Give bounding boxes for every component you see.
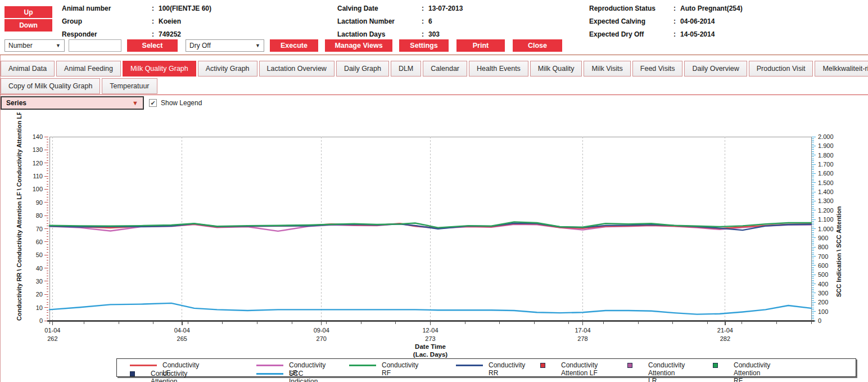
info-value: 100(FIENTJE 60) [159, 5, 211, 12]
search-type-value: Number [8, 42, 33, 50]
tab-calendar[interactable]: Calendar [423, 61, 467, 77]
legend-line-icon [256, 365, 283, 366]
legend-label: Conductivity Attention RR [151, 370, 187, 382]
tab-milk-visits[interactable]: Milk Visits [584, 61, 630, 77]
svg-text:100: 100 [33, 186, 43, 192]
print-button[interactable]: Print [456, 39, 505, 52]
search-type-dropdown[interactable]: Number ▼ [4, 39, 65, 52]
svg-text:90: 90 [36, 199, 43, 206]
info-label: Animal number [62, 5, 147, 12]
info-row: Calving Date:13-07-2013 [337, 2, 463, 15]
secondary-tab-bar: Copy of Milk Quality GraphTemperatuur [1, 78, 868, 95]
info-label: Group [62, 17, 147, 25]
up-button[interactable]: Up [4, 6, 52, 19]
info-row: Group:Koeien [62, 15, 211, 28]
svg-text:900: 900 [818, 235, 828, 241]
svg-text:70: 70 [36, 226, 43, 232]
chevron-down-icon: ▼ [56, 43, 61, 48]
down-button[interactable]: Down [4, 19, 52, 32]
manage-views-button[interactable]: Manage Views [325, 39, 392, 52]
info-colon: : [417, 17, 428, 25]
info-value: 04-06-2014 [680, 17, 715, 25]
animal-info-column-2: Calving Date:13-07-2013Lactation Number:… [337, 2, 463, 41]
legend-line-icon [349, 365, 376, 366]
legend-label: Conductivity Attention LF [561, 361, 598, 377]
animal-search-input[interactable] [69, 39, 121, 52]
info-label: Lactation Number [337, 17, 417, 25]
svg-text:130: 130 [33, 146, 43, 153]
animal-info-column-1: Animal number:100(FIENTJE 60)Group:Koeie… [62, 2, 211, 41]
left-axis-label: Conductivity RR \ Conductivity Attention… [16, 113, 22, 321]
legend-label: SCC Indication [289, 370, 318, 382]
svg-text:400: 400 [818, 281, 828, 287]
svg-text:1.500: 1.500 [818, 179, 834, 186]
tab-temperatuur[interactable]: Temperatuur [102, 78, 157, 94]
svg-text:04-04: 04-04 [174, 327, 190, 334]
tab-activity-graph[interactable]: Activity Graph [198, 61, 257, 77]
tab-animal-data[interactable]: Animal Data [1, 61, 55, 77]
svg-text:262: 262 [47, 335, 57, 342]
animal-info-column-3: Reproduction Status:Auto Pregnant(254)Ex… [589, 2, 743, 41]
info-label: Expected Calving [589, 17, 669, 25]
info-row: Animal number:100(FIENTJE 60) [62, 2, 211, 15]
info-label: Lactation Days [337, 30, 417, 38]
tab-milk-quality-graph[interactable]: Milk Quality Graph [123, 61, 196, 77]
close-button[interactable]: Close [513, 39, 562, 52]
svg-text:1.800: 1.800 [818, 152, 834, 159]
info-colon: : [669, 17, 680, 25]
series-dropdown[interactable]: Series ▼ [1, 96, 144, 110]
svg-text:800: 800 [818, 244, 828, 250]
series-dropdown-value: Series [6, 99, 26, 107]
tab-melkkwaliteit-richting[interactable]: Melkkwaliteit-richting [815, 61, 868, 77]
tab-daily-overview[interactable]: Daily Overview [684, 61, 747, 77]
svg-text:1.200: 1.200 [818, 207, 834, 214]
settings-button[interactable]: Settings [399, 39, 449, 52]
tab-milk-quality[interactable]: Milk Quality [530, 61, 582, 77]
svg-text:1.700: 1.700 [818, 161, 834, 168]
svg-text:265: 265 [177, 335, 187, 342]
legend-square-icon [627, 363, 632, 368]
svg-text:1.300: 1.300 [818, 197, 834, 204]
tab-lactation-overview[interactable]: Lactation Overview [259, 61, 334, 77]
show-legend-checkbox[interactable]: ✔ [149, 99, 157, 107]
tab-feed-visits[interactable]: Feed Visits [632, 61, 683, 77]
svg-text:0: 0 [818, 317, 821, 324]
legend-square-icon [713, 363, 718, 368]
info-value: 6 [428, 17, 432, 25]
svg-text:80: 80 [36, 212, 43, 219]
tab-animal-feeding[interactable]: Animal Feeding [56, 61, 121, 77]
tab-daily-graph[interactable]: Daily Graph [336, 61, 389, 77]
show-legend-label: Show Legend [161, 99, 202, 107]
legend-square-icon [130, 371, 135, 376]
info-row: Reproduction Status:Auto Pregnant(254) [589, 2, 743, 15]
action-dropdown[interactable]: Dry Off ▼ [186, 39, 264, 52]
svg-text:10: 10 [36, 304, 43, 311]
tab-production-visit[interactable]: Production Visit [749, 61, 813, 77]
tabs-bottom-line [0, 95, 868, 95]
info-value: 13-07-2013 [428, 5, 463, 12]
svg-text:60: 60 [36, 239, 43, 245]
svg-text:110: 110 [33, 173, 43, 179]
info-value: Auto Pregnant(254) [680, 5, 743, 12]
chevron-down-icon: ▼ [255, 43, 260, 48]
right-axis-label: SCC Indication \ SCC Attention [835, 206, 842, 297]
svg-text:Date Time: Date Time [415, 343, 446, 350]
svg-text:20: 20 [36, 291, 43, 298]
svg-text:278: 278 [577, 335, 587, 342]
info-row: Responder:749252 [62, 28, 211, 41]
info-label: Calving Date [337, 5, 417, 12]
svg-text:700: 700 [818, 253, 828, 260]
info-row: Lactation Days:303 [337, 28, 463, 41]
select-button[interactable]: Select [127, 39, 178, 52]
svg-text:140: 140 [33, 133, 43, 140]
execute-button[interactable]: Execute [270, 39, 318, 52]
svg-text:30: 30 [36, 278, 43, 285]
tab-copy-of-milk-quality-graph[interactable]: Copy of Milk Quality Graph [1, 78, 100, 94]
tab-health-events[interactable]: Health Events [469, 61, 528, 77]
svg-text:1.000: 1.000 [818, 226, 834, 232]
application-window: Up Down Animal number:100(FIENTJE 60)Gro… [0, 0, 868, 382]
legend-square-icon [540, 363, 545, 368]
tab-dlm[interactable]: DLM [391, 61, 421, 77]
svg-text:50: 50 [36, 251, 43, 258]
svg-text:1.600: 1.600 [818, 170, 834, 177]
